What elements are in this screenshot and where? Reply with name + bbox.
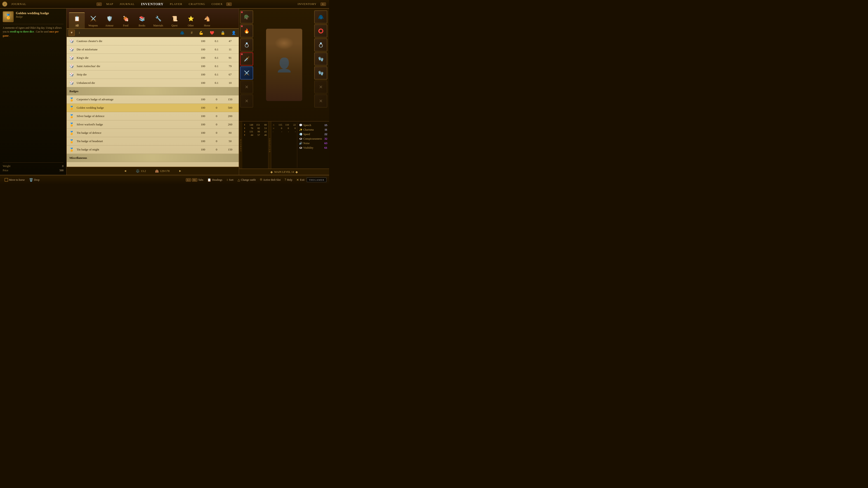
item-icon-glyph: 🏅: [5, 14, 11, 20]
eq-slot-weapon1[interactable]: 🗡️: [240, 53, 253, 66]
tabs-btn[interactable]: L1 R1 Tabs: [184, 177, 205, 183]
character-view: 🪖 🔥 💍 🗡️ ⚔️ ✕ ✕: [239, 8, 329, 121]
col-head-heart[interactable]: ❤️: [210, 31, 214, 35]
mini-val: 44: [247, 133, 253, 136]
stat-label: 👁️ Conspicuousness: [299, 137, 322, 140]
tab-horse[interactable]: 🐴 Horse: [199, 13, 215, 28]
move-to-horse-btn[interactable]: Move to horse: [3, 177, 26, 183]
journal-nav-label[interactable]: Journal: [8, 1, 29, 7]
col-head-lock[interactable]: 🔒: [221, 31, 225, 35]
active-belt-btn[interactable]: ® Active Belt Slot: [258, 177, 282, 183]
eq-slot-weapon2[interactable]: ⚔️: [240, 66, 253, 79]
armour-row-4: ⬆ 44 57 46: [244, 133, 267, 136]
list-item[interactable]: 🏅 Carpenter's badge of advantage 100 0 1…: [67, 95, 239, 104]
character-center: 👤: [255, 8, 313, 121]
nav-player[interactable]: PLAYER: [167, 1, 185, 7]
tab-weapons-icon: ⚔️: [89, 14, 98, 23]
drop-btn[interactable]: 🗑️ Drop: [27, 177, 41, 183]
tab-other[interactable]: ⭐ Other: [183, 13, 199, 28]
stat-label: 💨 Speed: [299, 133, 310, 136]
list-item[interactable]: 🎲 Die of misfortune 100 0.1 11: [67, 45, 239, 54]
eq-slot-empty1[interactable]: ✕: [240, 80, 253, 94]
headings-btn[interactable]: 📋 Headings: [206, 177, 224, 183]
item-val1: 100: [196, 148, 210, 151]
left-arrow[interactable]: ◄: [124, 169, 127, 173]
nav-map[interactable]: MAP: [103, 1, 116, 7]
weight-stat: ⚖️ 13.2: [136, 169, 146, 173]
item-row-name: Tin badge of might: [76, 148, 196, 151]
item-val2: 0.1: [210, 39, 223, 43]
item-val2: 0.1: [210, 73, 223, 76]
list-item[interactable]: 🎲 King's die 100 0.1 91: [67, 54, 239, 62]
sort-icon[interactable]: ↕: [76, 30, 83, 36]
eq-slot-ring2[interactable]: 💍: [314, 38, 327, 52]
tabs-label: Tabs: [198, 178, 204, 182]
stat-label: 👁️ Visibility: [299, 146, 313, 150]
item-val2: 0: [210, 106, 223, 109]
tab-weapons[interactable]: ⚔️ Weapons: [85, 13, 101, 28]
list-item[interactable]: 🏅 Tin badge of headstart 100 0 50: [67, 137, 239, 145]
col-head-strength[interactable]: 💪: [199, 31, 204, 35]
item-header: 🏅 Golden wedding badge Badge: [3, 11, 64, 24]
eq-slot-cloak[interactable]: 🧥: [314, 10, 327, 24]
speed-label: Speed: [303, 133, 310, 136]
col-head-hash[interactable]: #: [191, 31, 193, 35]
item-val2: 0: [210, 114, 223, 118]
capacity-value: 129/178: [160, 169, 170, 173]
item-val3: 260: [223, 123, 237, 126]
tab-materials[interactable]: 🔧 Materials: [150, 13, 166, 28]
item-val2: 0: [210, 148, 223, 151]
tab-armour[interactable]: 🛡️ Armour: [101, 13, 117, 28]
change-outfit-label: Change outfit: [241, 178, 256, 182]
list-item[interactable]: 🏅 Silver badge of defence 100 0 200: [67, 112, 239, 121]
eq-slot-glove-l[interactable]: 🧤: [314, 53, 327, 66]
eq-slot-empty2[interactable]: ✕: [240, 94, 253, 107]
col-head-shirt[interactable]: 🧥: [180, 31, 184, 35]
inventory-right-badge: R1: [320, 2, 326, 6]
nav-crafting[interactable]: CRAFTING: [186, 1, 208, 7]
item-icon: 🏅: [68, 121, 75, 128]
desc-text-2: . Can be used: [35, 30, 49, 33]
conspic-value: 32: [324, 137, 327, 140]
list-item-selected[interactable]: 🏅 Golden wedding badge 100 0 500: [67, 104, 239, 112]
eq-slot-empty4[interactable]: ✕: [314, 94, 327, 107]
stat-label: 💬 Speech: [299, 124, 311, 127]
slot-indicator: [241, 25, 243, 27]
tab-books[interactable]: 📚 Books: [134, 13, 150, 28]
stat-charisma: ✨ Charisma 11: [299, 128, 327, 131]
tabs-badge-r1: R1: [192, 178, 197, 182]
list-item[interactable]: 🏅 Silver warlord's badge 100 0 260: [67, 121, 239, 129]
nav-journal[interactable]: JOURNAL: [117, 1, 137, 7]
list-item[interactable]: 🎲 Saint Antiochus' die 100 0.1 79: [67, 62, 239, 70]
exit-btn[interactable]: ✕ Exit: [294, 177, 306, 183]
right-arrow[interactable]: ►: [179, 169, 182, 173]
mini-val: 76: [247, 127, 253, 129]
eq-slot-empty3[interactable]: ✕: [314, 80, 327, 94]
list-item[interactable]: 🏅 Tin badge of might 100 0 150: [67, 145, 239, 154]
tab-all[interactable]: 📋 All: [69, 12, 85, 28]
list-item[interactable]: 🎲 Strip die 100 0.1 67: [67, 70, 239, 79]
eq-slot-ring[interactable]: 💍: [240, 38, 253, 52]
eq-slot-glove-r[interactable]: 🧤: [314, 66, 327, 79]
capacity-stat: 👜 129/178: [155, 169, 170, 173]
tabs-badge-l1: L1: [186, 178, 191, 182]
eq-slot-amulet[interactable]: ⭕: [314, 24, 327, 37]
eq-slot-chest[interactable]: 🔥: [240, 24, 253, 37]
col-head-person[interactable]: 👤: [231, 31, 236, 35]
tab-food[interactable]: 🍖 Food: [118, 13, 133, 28]
top-nav-right: Inventory R1: [295, 1, 327, 7]
sort-btn[interactable]: ↕️ Sort: [225, 177, 235, 183]
nav-codex[interactable]: CODEX: [209, 1, 225, 7]
exit-label: Exit: [300, 178, 305, 182]
list-item[interactable]: 🎲 Unbalanced die 100 0.1 10: [67, 79, 239, 87]
eq-slot-helmet[interactable]: 🪖: [240, 10, 253, 24]
list-item[interactable]: 🎲 Cautious cheater's die 100 0.1 47: [67, 37, 239, 45]
nav-inventory[interactable]: INVENTORY: [138, 1, 166, 7]
item-val3: 10: [223, 81, 237, 85]
help-btn[interactable]: ? Help: [283, 177, 294, 183]
filter-icon[interactable]: ▼: [68, 30, 75, 36]
change-outfit-btn[interactable]: △ Change outfit: [236, 177, 258, 183]
item-list[interactable]: 🎲 Cautious cheater's die 100 0.1 47 🎲 Di…: [67, 37, 239, 167]
list-item[interactable]: 🏅 Tin badge of defence 100 0 80: [67, 129, 239, 137]
tab-quest[interactable]: 📜 Quest: [166, 13, 182, 28]
